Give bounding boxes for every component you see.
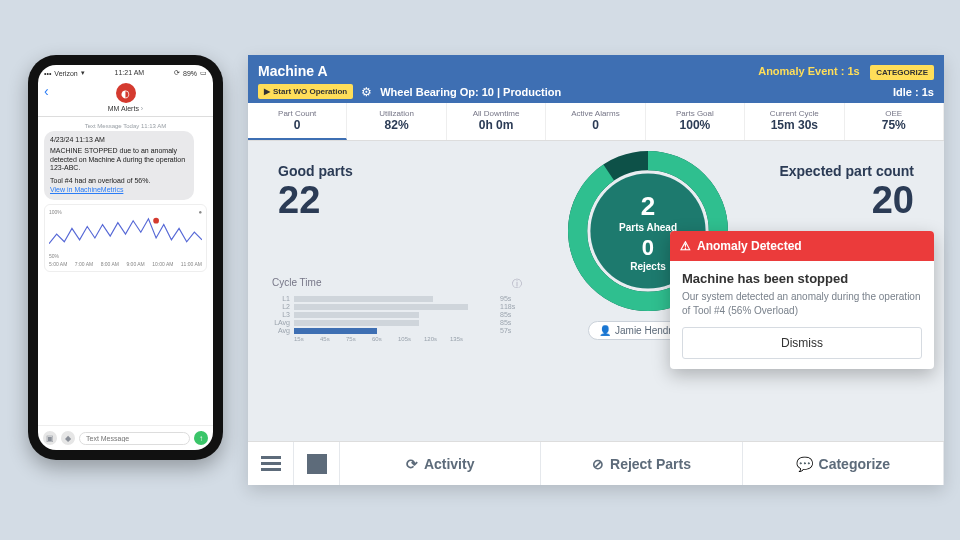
anomaly-event-label: Anomaly Event : 1s <box>758 65 859 77</box>
cycle-bar-row: LAvg85s <box>272 319 522 326</box>
bottom-bar: ⟳Activity ⊘Reject Parts 💬Categorize <box>248 441 944 485</box>
back-icon[interactable]: ‹ <box>44 83 49 99</box>
camera-icon[interactable]: ▣ <box>43 431 57 445</box>
refresh-icon: ⟳ <box>406 456 418 472</box>
categorize-button[interactable]: CATEGORIZE <box>870 65 934 80</box>
cycle-bar-row: L195s <box>272 295 522 302</box>
cycle-bar-row: L2118s <box>272 303 522 310</box>
dismiss-button[interactable]: Dismiss <box>682 327 922 359</box>
cycle-time-chart: Cycle Timeⓘ L195sL2118sL385sLAvg85sAvg57… <box>272 277 522 342</box>
play-icon: ▶ <box>264 87 270 96</box>
kpi-goal[interactable]: Parts Goal100% <box>646 103 745 140</box>
kpi-part-count[interactable]: Part Count0 <box>248 103 347 140</box>
compose-input[interactable] <box>79 432 190 445</box>
hamburger-icon <box>261 456 281 471</box>
expected-parts: Expected part count 20 <box>779 163 914 222</box>
send-icon[interactable]: ↑ <box>194 431 208 445</box>
ban-icon: ⊘ <box>592 456 604 472</box>
categorize-tab[interactable]: 💬Categorize <box>743 442 944 485</box>
reject-tab[interactable]: ⊘Reject Parts <box>541 442 742 485</box>
kpi-cycle[interactable]: Current Cycle15m 30s <box>745 103 844 140</box>
alert-heading: Machine has been stopped <box>682 271 922 286</box>
anomaly-alert: ⚠ Anomaly Detected Machine has been stop… <box>670 231 934 369</box>
machine-title: Machine A <box>258 63 328 79</box>
good-parts: Good parts 22 <box>278 163 353 222</box>
dashboard-header: Machine A Anomaly Event : 1s CATEGORIZE … <box>248 55 944 103</box>
phone-mock: •••Verizon▾ 11:21 AM ⟳89%▭ ‹ ◐ MM Alerts… <box>28 55 223 460</box>
svg-point-0 <box>153 217 159 223</box>
menu-button[interactable] <box>248 442 294 485</box>
info-icon[interactable]: ⓘ <box>512 277 522 291</box>
operation-line: Wheel Bearing Op: 10 | Production <box>380 86 561 98</box>
message-thread: Text Message Today 11:13 AM 4/23/24 11:1… <box>38 117 213 425</box>
stop-icon <box>307 454 327 474</box>
sms-bubble: 4/23/24 11:13 AM MACHINE STOPPED due to … <box>44 131 194 200</box>
cycle-bar-row: L385s <box>272 311 522 318</box>
kpi-oee[interactable]: OEE75% <box>845 103 944 140</box>
idle-label: Idle : 1s <box>893 86 934 98</box>
alert-body-text: Our system detected an anomaly during th… <box>682 290 922 317</box>
main-panel: Good parts 22 Expected part count 20 2 P… <box>248 141 944 441</box>
thread-timestamp: Text Message Today 11:13 AM <box>44 123 207 129</box>
chat-icon: 💬 <box>796 456 813 472</box>
kpi-alarms[interactable]: Active Alarms0 <box>546 103 645 140</box>
chart-thumbnail: 100%● 50% 5:00 AM7:00 AM8:00 AM9:00 AM10… <box>44 204 207 272</box>
start-wo-button[interactable]: ▶Start WO Operation <box>258 84 353 99</box>
view-link[interactable]: View in MachineMetrics <box>50 186 123 193</box>
stop-button[interactable] <box>294 442 340 485</box>
phone-screen: •••Verizon▾ 11:21 AM ⟳89%▭ ‹ ◐ MM Alerts… <box>38 65 213 450</box>
ios-chat-header: ‹ ◐ MM Alerts › <box>38 81 213 117</box>
apps-icon[interactable]: ◆ <box>61 431 75 445</box>
dashboard: Machine A Anomaly Event : 1s CATEGORIZE … <box>248 55 944 485</box>
warning-icon: ⚠ <box>680 239 691 253</box>
cycle-bar-row: Avg57s <box>272 327 522 334</box>
compose-bar: ▣ ◆ ↑ <box>38 425 213 450</box>
person-icon: 👤 <box>599 325 611 336</box>
kpi-bar: Part Count0 Utilization82% All Downtime0… <box>248 103 944 141</box>
kpi-downtime[interactable]: All Downtime0h 0m <box>447 103 546 140</box>
ios-status-bar: •••Verizon▾ 11:21 AM ⟳89%▭ <box>38 65 213 81</box>
activity-tab[interactable]: ⟳Activity <box>340 442 541 485</box>
kpi-utilization[interactable]: Utilization82% <box>347 103 446 140</box>
avatar: ◐ <box>116 83 136 103</box>
gear-icon: ⚙ <box>361 85 372 99</box>
